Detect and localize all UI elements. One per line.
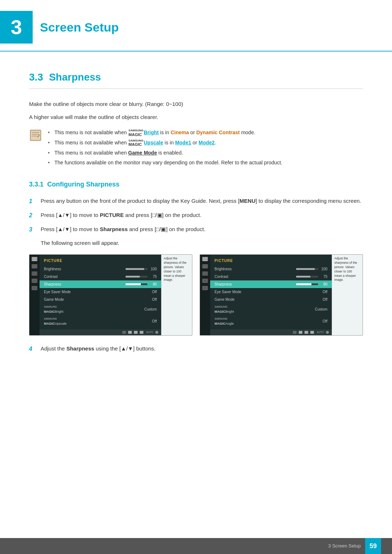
svg-rect-9: [32, 266, 37, 267]
step-2-number: 2: [29, 211, 38, 220]
monitor-bottom-2: AUTO: [210, 329, 332, 335]
menu-eyesaver-2: Eye Saver Mode Off: [210, 288, 332, 296]
menu-brightness-1: Brightness 100: [40, 265, 161, 273]
menu-sharpness-1: Sharpness 80: [40, 280, 161, 288]
menu-gamemode-1: Game Mode Off: [40, 296, 161, 303]
section-heading: 3.3 Sharpness: [29, 70, 363, 89]
svg-rect-7: [32, 260, 37, 261]
bottom-btn2-1: [293, 331, 297, 334]
bright-link: Bright: [144, 130, 159, 135]
main-content: 3.3 Sharpness Make the outline of object…: [0, 55, 392, 387]
step-3-subtext: The following screen will appear.: [41, 239, 363, 247]
icon-4: [32, 279, 37, 283]
icon2-2: [202, 264, 208, 268]
step-3-number: 3: [29, 225, 38, 234]
icon2-3: [202, 271, 208, 276]
menu-header-1: PICTURE: [40, 257, 161, 265]
icon-1: [32, 257, 37, 261]
icon-5: i: [32, 286, 37, 290]
bottom-btn2-2: [299, 331, 302, 334]
icon-2: [32, 264, 37, 268]
icon-3: [32, 271, 37, 276]
menu-magicangle-2: SAMSUNGMAGICAngle Off: [210, 315, 332, 327]
menu-gamemode-2: Game Mode Off: [210, 296, 332, 303]
icon-panel-2: i: [200, 255, 210, 335]
icon2-1: [202, 257, 208, 261]
icon2-4: [202, 279, 208, 283]
svg-point-24: [203, 279, 207, 283]
svg-point-23: [204, 272, 207, 275]
menu-sharpness-2: Sharpness 80: [210, 280, 332, 288]
auto-label-2: AUTO: [317, 331, 324, 335]
monitor-tooltip-2: Adjust the sharpness of the picture. Val…: [332, 255, 363, 335]
monitor-screenshot-2: i PICTURE Brightness 100 Contrast 75 Sha…: [200, 254, 363, 336]
svg-point-11: [33, 272, 36, 275]
subsection-title: Configuring Sharpness: [47, 180, 119, 189]
chapter-number-block: 3: [0, 11, 33, 44]
svg-rect-5: [32, 258, 37, 258]
step-3: 3 Press [▲/▼] to move to Sharpness and p…: [29, 225, 363, 234]
description2: A higher value will make the outline of …: [29, 113, 363, 122]
page-footer: 3 Screen Setup 59: [0, 538, 392, 554]
note-item-2: This menu is not available when SAMSUNG …: [48, 139, 282, 147]
step-4-number: 4: [29, 345, 38, 353]
menu-eyesaver-1: Eye Saver Mode Off: [40, 288, 161, 296]
svg-rect-20: [203, 265, 207, 266]
auto-label-1: AUTO: [146, 331, 153, 335]
step-2-text: Press [▲/▼] to move to PICTURE and press…: [41, 211, 201, 219]
svg-rect-18: [203, 259, 207, 259]
menu-contrast-1: Contrast 75: [40, 273, 161, 280]
svg-rect-6: [32, 259, 37, 259]
bottom-btn2-3: [305, 331, 308, 334]
svg-rect-19: [203, 260, 207, 261]
svg-rect-22: [203, 267, 207, 268]
note-list: This menu is not available when SAMSUNG …: [48, 129, 282, 169]
chapter-title: Screen Setup: [40, 18, 119, 37]
menu-magicupscale-1: SAMSUNGMAGICUpscale Off: [40, 315, 161, 327]
section-number: 3.3: [29, 70, 43, 85]
step-1-text: Press any button on the front of the pro…: [41, 197, 361, 205]
step-3-text: Press [▲/▼] to move to Sharpness and pre…: [41, 225, 205, 234]
upscale-link: Upscale: [144, 140, 163, 145]
note-item-1: This menu is not available when SAMSUNG …: [48, 129, 282, 137]
step-4: 4 Adjust the Sharpness using the [▲/▼] b…: [29, 344, 363, 353]
icon2-5: i: [202, 286, 208, 290]
step-1-number: 1: [29, 197, 38, 206]
dynamic-contrast-link: Dynamic Contrast: [196, 130, 240, 135]
power-dot-1: [155, 331, 158, 334]
step-1: 1 Press any button on the front of the p…: [29, 197, 363, 206]
bottom-btn-4: [140, 331, 143, 334]
note-icon: [29, 129, 42, 142]
bottom-btn-1: [122, 331, 126, 334]
monitor-screenshot-1: i PICTURE Brightness 100 Contrast 75 Sha…: [29, 254, 192, 336]
bottom-btn-2: [128, 331, 132, 334]
step-2: 2 Press [▲/▼] to move to PICTURE and pre…: [29, 211, 363, 220]
bottom-btn2-4: [310, 331, 314, 334]
chapter-number: 3: [11, 17, 22, 37]
description1: Make the outline of objects more clear o…: [29, 100, 363, 108]
bottom-btn-3: [134, 331, 138, 334]
subsection-number: 3.3.1: [29, 180, 44, 189]
mode1-link: Mode1: [175, 140, 191, 145]
chapter-header: 3 Screen Setup: [0, 0, 392, 52]
cinema-link: Cinema: [171, 130, 189, 135]
note-box: This menu is not available when SAMSUNG …: [29, 129, 363, 169]
svg-rect-10: [32, 267, 37, 268]
svg-text:i: i: [34, 287, 35, 290]
svg-rect-21: [203, 266, 207, 267]
monitor-menu-1: PICTURE Brightness 100 Contrast 75 Sharp…: [40, 255, 161, 335]
samsung-magic-bright-brand: SAMSUNG MAGIC: [128, 129, 143, 137]
screenshots-row: i PICTURE Brightness 100 Contrast 75 Sha…: [29, 254, 363, 336]
svg-rect-17: [203, 258, 207, 258]
icon-panel-1: i: [29, 255, 40, 335]
menu-magicbright-2: SAMSUNGMAGICBright Custom: [210, 303, 332, 315]
note-item-3: This menu is not available when Game Mod…: [48, 149, 282, 157]
note-item-4: The functions available on the monitor m…: [48, 159, 282, 167]
svg-text:i: i: [205, 287, 205, 290]
mode2-link: Mode2: [199, 140, 215, 145]
power-dot-2: [326, 331, 329, 334]
monitor-menu-2: PICTURE Brightness 100 Contrast 75 Sharp…: [210, 255, 332, 335]
menu-header-2: PICTURE: [210, 257, 332, 265]
menu-brightness-2: Brightness 100: [210, 265, 332, 273]
step-4-text: Adjust the Sharpness using the [▲/▼] but…: [41, 344, 156, 353]
